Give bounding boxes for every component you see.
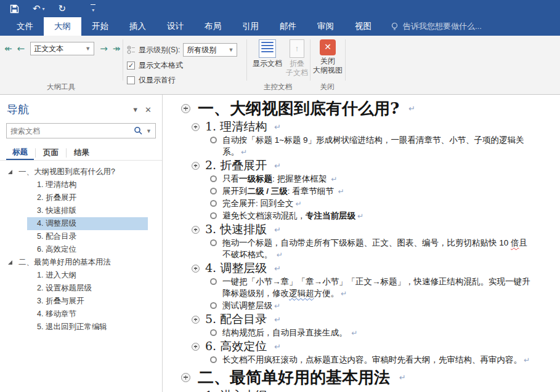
doc-h2-text[interactable]: 6. 高效定位: [205, 338, 267, 354]
doc-text-run: 一级标题: [239, 174, 272, 183]
nav-pane-close-icon[interactable]: ✕: [142, 104, 155, 116]
ribbon-tab[interactable]: 布局: [194, 17, 232, 36]
doc-body-text[interactable]: 只看一级标题: 把握整体框架 ↵: [222, 173, 337, 185]
doc-body-text[interactable]: 自动按「标题 1~标题 9」形成树状缩进结构，一眼看清章节、小节、子项的逻辑关系…: [222, 134, 534, 158]
nav-tree-item[interactable]: 5. 配合目录: [27, 230, 148, 243]
collapse-triangle-icon[interactable]: [8, 260, 12, 265]
paragraph-mark: ↵: [274, 315, 281, 324]
nav-tree-item[interactable]: 二、最简单好用的基本用法: [0, 256, 162, 269]
nav-tree-item-label: 5. 配合目录: [37, 231, 76, 242]
outline-expand-icon[interactable]: [192, 316, 200, 324]
outline-expand-icon[interactable]: [192, 265, 200, 273]
undo-dropdown-icon[interactable]: ▾: [43, 6, 45, 12]
doc-h2-text[interactable]: 3. 快速排版: [205, 222, 267, 238]
outline-bullet-icon[interactable]: [210, 137, 217, 143]
doc-body-text[interactable]: 完全展开: 回到全文↵: [222, 198, 302, 210]
first-line-only-checkbox[interactable]: 仅显示首行: [127, 75, 176, 86]
demote-button[interactable]: →: [98, 43, 110, 55]
document-canvas[interactable]: 一、大纲视图到底有什么用?↵1. 理清结构↵自动按「标题 1~标题 9」形成树状…: [163, 95, 560, 392]
nav-tree-item[interactable]: 2. 折叠展开: [27, 191, 148, 204]
nav-tree-item[interactable]: 4. 调整层级: [27, 217, 148, 230]
search-icon[interactable]: [134, 126, 143, 135]
nav-tree-item[interactable]: 1. 理清结构: [27, 178, 148, 191]
ribbon-tab[interactable]: 开始: [81, 17, 119, 36]
outline-expand-icon[interactable]: [192, 123, 200, 131]
outline-expand-icon[interactable]: [192, 226, 200, 234]
nav-tree-item[interactable]: 5. 退出回到正常编辑: [27, 321, 148, 334]
promote-button[interactable]: ←: [15, 43, 27, 55]
doc-h1-text[interactable]: 一、大纲视图到底有什么用?: [198, 98, 399, 119]
nav-tab[interactable]: 页面: [37, 146, 65, 160]
outline-bullet-icon[interactable]: [210, 188, 217, 194]
ribbon-tab[interactable]: 视图: [344, 17, 382, 36]
ribbon-tab[interactable]: 设计: [156, 17, 194, 36]
show-text-format-checkbox[interactable]: ✓ 显示文本格式: [127, 60, 183, 71]
doc-body-text[interactable]: 展开到二级 / 三级: 看章节细节 ↵: [222, 185, 344, 198]
ribbon-tab[interactable]: 文件: [6, 17, 44, 36]
search-dropdown-icon[interactable]: ▼: [146, 128, 152, 134]
doc-h2-text[interactable]: 4. 调整层级: [205, 260, 267, 276]
customize-quick-access-button[interactable]: ▾: [91, 4, 95, 13]
ribbon-tab[interactable]: 审阅: [307, 17, 344, 36]
outline-expand-icon[interactable]: [181, 373, 190, 382]
outline-bullet-icon[interactable]: [210, 200, 217, 207]
ribbon-tab[interactable]: 大纲: [44, 17, 81, 36]
show-level-label: 显示级别(S):: [139, 45, 180, 55]
nav-tree-item[interactable]: 1. 进入大纲: [27, 269, 148, 282]
doc-body-text[interactable]: 长文档不用疯狂滚动，点标题直达内容。审稿时先看大纲，先审结构、再审内容。↵: [222, 354, 530, 366]
nav-tab[interactable]: 标题: [6, 146, 34, 160]
doc-body-text[interactable]: 一键把「小节→章」「章→小节」「正文→标题」，快速修正结构混乱。实现一键升降标题…: [222, 276, 534, 300]
outline-bullet-icon[interactable]: [210, 212, 217, 219]
collapse-subdocuments-button: ↑ 折叠 子文档: [285, 39, 309, 78]
nav-tree-item[interactable]: 6. 高效定位: [27, 243, 148, 256]
doc-text-run: 长文档不用疯狂滚动，点标题直达内容。审稿时先看大纲，先审结构、再审内容。: [222, 355, 522, 364]
show-document-button[interactable]: 显示文档: [250, 39, 285, 68]
doc-body-text[interactable]: 避免长文档滚动混乱，专注当前层级↵: [222, 210, 363, 222]
doc-h2-text[interactable]: 1. 进入大纲: [205, 388, 267, 392]
doc-h2-text[interactable]: 2. 折叠展开: [205, 158, 267, 174]
doc-body-text[interactable]: 测试调整层级↵: [222, 300, 280, 312]
doc-h1-text[interactable]: 二、最简单好用的基本用法: [198, 367, 390, 388]
undo-button[interactable]: ↶ ▾: [33, 4, 45, 14]
search-input[interactable]: [10, 127, 134, 135]
outline-expand-icon[interactable]: [181, 104, 190, 113]
outline-h2-row: 5. 配合目录↵: [192, 312, 551, 327]
outline-expand-icon[interactable]: [192, 343, 200, 351]
doc-h2-text[interactable]: 5. 配合目录: [205, 311, 267, 327]
paragraph-mark: ↵: [524, 356, 530, 364]
collapse-triangle-icon[interactable]: [8, 170, 12, 174]
promote-to-heading1-button[interactable]: ↞: [2, 43, 14, 55]
nav-pane-dropdown-icon[interactable]: ▼: [129, 105, 142, 114]
outline-bullet-icon[interactable]: [210, 356, 217, 363]
doc-body-text[interactable]: 结构规范后，自动目录直接生成。 ↵: [222, 327, 357, 339]
nav-tree-item[interactable]: 2. 设置标题层级: [27, 282, 148, 295]
doc-h2-text[interactable]: 1. 理清结构: [205, 119, 267, 135]
nav-tree-item[interactable]: 3. 快速排版: [27, 204, 148, 217]
paragraph-mark: ↵: [296, 199, 302, 208]
close-outline-view-button[interactable]: ✕ 关闭 大纲视图: [313, 39, 343, 75]
tell-me-label: 告诉我您想要做什么...: [403, 21, 482, 32]
paragraph-mark: ↵: [274, 161, 281, 170]
outline-bullet-icon[interactable]: [210, 302, 217, 309]
outline-expand-icon[interactable]: [192, 162, 200, 170]
save-button[interactable]: [10, 4, 19, 14]
ribbon-tab[interactable]: 插入: [119, 17, 156, 36]
ribbon-tab[interactable]: 引用: [232, 17, 269, 36]
doc-body-text[interactable]: 拖动一个标题，自动带走所有下级标题、正文、图表、编号，比剪切粘贴快 10 倍且不…: [222, 237, 534, 261]
outline-bullet-icon[interactable]: [210, 239, 217, 246]
outline-bullet-icon[interactable]: [210, 329, 217, 336]
demote-to-body-button[interactable]: ↠: [111, 43, 123, 55]
outline-bullet-icon[interactable]: [210, 175, 217, 182]
nav-tree-item[interactable]: 3. 折叠与展开: [27, 295, 148, 308]
nav-tree-item[interactable]: 4. 移动章节: [27, 308, 148, 321]
tell-me-box[interactable]: 告诉我您想要做什么...: [391, 17, 482, 36]
nav-tree-item-label: 3. 折叠与展开: [37, 296, 84, 306]
nav-tab[interactable]: 结果: [68, 146, 95, 160]
show-level-select[interactable]: 所有级别 ▼: [183, 43, 237, 57]
redo-button[interactable]: ↻: [59, 4, 67, 14]
outline-bullet-icon[interactable]: [210, 278, 217, 285]
nav-tree-item[interactable]: 一、大纲视图到底有什么用?: [0, 166, 162, 178]
outline-h2-row: 1. 理清结构↵: [192, 119, 551, 134]
outline-level-select[interactable]: 正文文本 ▼: [30, 42, 94, 55]
ribbon-tab[interactable]: 邮件: [269, 17, 307, 36]
